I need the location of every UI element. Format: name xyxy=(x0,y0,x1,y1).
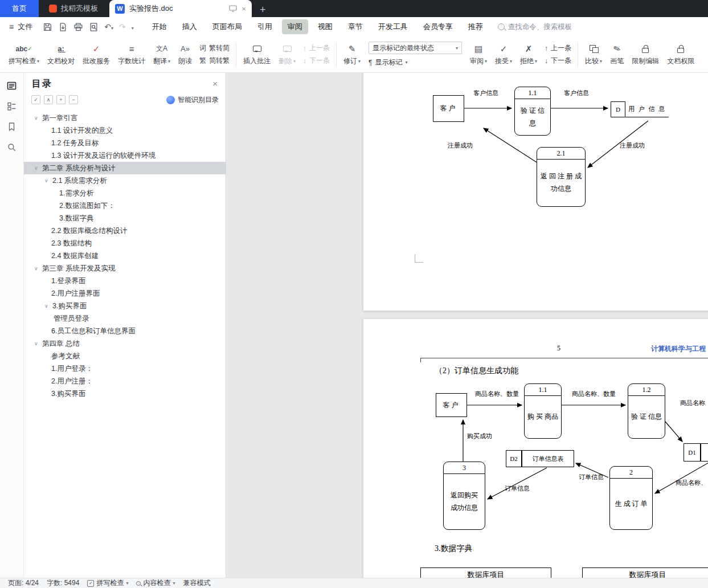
tab-review[interactable]: 审阅 xyxy=(282,19,308,34)
insert-comment-button[interactable]: 插入批注 xyxy=(239,39,275,71)
toc-collapse-button[interactable]: ∧ xyxy=(44,95,53,104)
document-page-2[interactable]: 5 计算机科学与工程 （2）订单信息生成功能 客户 xyxy=(363,319,708,578)
toc-item[interactable]: 1.3 设计开发及运行的软硬件环境 xyxy=(24,149,226,162)
toc-item[interactable]: 1.1 设计开发的意义 xyxy=(24,124,226,137)
tab-page-layout[interactable]: 页面布局 xyxy=(207,19,248,34)
page-indicator[interactable]: 页面: 4/24 xyxy=(8,578,39,588)
more-commands-button[interactable]: ▾ xyxy=(132,22,134,32)
toc-item[interactable]: 参考文献 xyxy=(24,350,226,362)
toc-panel-toggle[interactable] xyxy=(7,81,17,91)
outline-view-button[interactable] xyxy=(7,101,17,111)
toc-item[interactable]: 1.需求分析 xyxy=(24,187,226,199)
toc-item[interactable]: 6.员工信息和订单信息界面 xyxy=(24,325,226,337)
save-button[interactable] xyxy=(43,22,52,32)
prev-comment-button[interactable]: ↑上一条 xyxy=(303,43,330,53)
ink-button[interactable]: ✎ 画笔 xyxy=(606,39,628,71)
tab-member[interactable]: 会员专享 xyxy=(418,19,459,34)
close-toc-icon[interactable]: × xyxy=(212,79,218,88)
toc-item[interactable]: 2.用户注册界面 xyxy=(24,287,226,300)
command-search[interactable]: 查找命令、搜索模板 xyxy=(498,22,572,32)
accept-button[interactable]: ✓ 接受▾ xyxy=(491,39,516,71)
undo-button[interactable]: ↶▾ xyxy=(104,22,113,32)
toc-item-selected[interactable]: ∨第二章 系统分析与设计 xyxy=(24,162,226,174)
reject-button[interactable]: ✗ 拒绝▾ xyxy=(516,39,541,71)
toc-item[interactable]: 2.3 数据结构 xyxy=(24,237,226,250)
file-menu-label: 文件 xyxy=(18,22,32,32)
show-markup-button[interactable]: ¶ 显示标记 ▾ xyxy=(369,58,462,67)
flow-label: 注册成功 xyxy=(620,141,645,150)
delete-comment-button[interactable]: 删除▾ xyxy=(275,39,300,71)
toc-select-button[interactable]: ✓ xyxy=(31,95,40,104)
toc-item[interactable]: ∨2.1 系统需求分析 xyxy=(24,174,226,187)
track-changes-button[interactable]: ✎ 修订▾ xyxy=(339,39,365,71)
search-panel-button[interactable] xyxy=(7,142,17,152)
toc-item[interactable]: ∨第一章引言 xyxy=(24,112,226,124)
export-button[interactable] xyxy=(58,22,68,32)
toc-item[interactable]: 管理员登录 xyxy=(24,312,226,325)
document-canvas[interactable]: 客户 1.1 验 证 信息 D 用 户 信 息 2.1 返 回 注 册 成功信息… xyxy=(226,73,708,578)
tab-start[interactable]: 开始 xyxy=(146,19,173,34)
compat-mode-indicator[interactable]: 兼容模式 xyxy=(183,578,210,588)
change-nav-group: ↑上一条 ↓下一条 xyxy=(541,39,575,71)
word-count-indicator[interactable]: 字数: 5494 xyxy=(47,578,79,588)
tab-document-active[interactable]: W 实验报告.doc × xyxy=(109,0,252,17)
redo-button[interactable]: ↷ xyxy=(119,22,126,32)
toc-item[interactable]: 1.用户登录： xyxy=(24,362,226,375)
markup-state-dropdown[interactable]: 显示标记的最终状态 ▾ xyxy=(369,42,462,54)
smart-recognize-button[interactable]: 智能识别目录 xyxy=(166,95,219,105)
doc-permission-button[interactable]: 文档权限 xyxy=(663,39,698,71)
next-comment-button[interactable]: ↓下一条 xyxy=(303,56,330,66)
compare-button[interactable]: 比较▾ xyxy=(581,39,606,71)
toc-item[interactable]: ∨3.购买界面 xyxy=(24,300,226,312)
doc-proof-button[interactable]: a͟: 文档校对 xyxy=(43,39,79,71)
read-aloud-button[interactable]: A» 朗读 xyxy=(174,39,196,71)
correction-service-button[interactable]: ✓ 批改服务 xyxy=(79,39,114,71)
toc-item[interactable]: 1.2 任务及目标 xyxy=(24,137,226,149)
restrict-editing-button[interactable]: 限制编辑 xyxy=(628,39,663,71)
detach-window-icon[interactable] xyxy=(229,5,237,12)
tab-home[interactable]: 首页 xyxy=(0,0,39,17)
page-number: 5 xyxy=(557,344,560,353)
file-menu-button[interactable]: ≡ 文件 xyxy=(9,22,32,32)
tab-references[interactable]: 引用 xyxy=(252,19,278,34)
tab-dev-tools[interactable]: 开发工具 xyxy=(373,19,414,34)
toc-expand-all-button[interactable]: + xyxy=(56,95,66,104)
search-icon xyxy=(498,23,505,30)
toc-item[interactable]: 2.数据流图如下： xyxy=(24,199,226,212)
trad-to-simp-button[interactable]: 词繁转简 xyxy=(199,43,230,53)
content-check-toggle[interactable]: 内容检查 ▾ xyxy=(136,578,175,588)
prev-change-button[interactable]: ↑上一条 xyxy=(545,43,571,53)
print-button[interactable] xyxy=(73,22,83,32)
toc-item[interactable]: 3.购买界面 xyxy=(24,387,226,400)
tab-docer-templates[interactable]: 找稻壳模板 xyxy=(39,0,108,17)
toc-item[interactable]: 2.用户注册： xyxy=(24,375,226,387)
toc-collapse-all-button[interactable]: − xyxy=(69,95,78,104)
data-table-1: 数据库项目 xyxy=(420,567,551,578)
word-count-button[interactable]: ≡ 字数统计 xyxy=(114,39,149,71)
translate-button[interactable]: 文A 翻译▾ xyxy=(149,39,174,71)
caret-down-icon: ▾ xyxy=(535,59,537,64)
toc-item[interactable]: 2.2 数据库概念结构设计 xyxy=(24,224,226,237)
chevron-down-icon: ∨ xyxy=(34,165,38,171)
next-change-button[interactable]: ↓下一条 xyxy=(545,56,571,66)
tab-insert[interactable]: 插入 xyxy=(177,19,203,34)
tab-recommend[interactable]: 推荐 xyxy=(463,19,489,34)
spell-check-button[interactable]: abc✓ 拼写检查▾ xyxy=(5,39,43,71)
toc-item[interactable]: ∨第三章 系统开发及实现 xyxy=(24,262,226,275)
bookmark-button[interactable] xyxy=(7,122,17,132)
toc-item[interactable]: 2.4 数据库创建 xyxy=(24,250,226,262)
wps-writer-icon: W xyxy=(115,4,125,14)
simp-to-trad-button[interactable]: 繁简转繁 xyxy=(199,56,230,66)
tab-view[interactable]: 视图 xyxy=(312,19,338,34)
toc-item[interactable]: 1.登录界面 xyxy=(24,275,226,287)
new-tab-button[interactable]: + xyxy=(260,5,266,15)
document-page-1[interactable]: 客户 1.1 验 证 信息 D 用 户 信 息 2.1 返 回 注 册 成功信息… xyxy=(363,73,708,311)
close-tab-icon[interactable]: × xyxy=(242,5,246,13)
spell-check-toggle[interactable]: ✓ 拼写检查 ▾ xyxy=(87,578,128,588)
convert-group: 词繁转简 繁简转繁 xyxy=(196,39,233,71)
tab-section[interactable]: 章节 xyxy=(342,19,369,34)
toc-item[interactable]: 3.数据字典 xyxy=(24,212,226,224)
print-preview-button[interactable] xyxy=(89,22,99,32)
toc-item[interactable]: ∨第四章 总结 xyxy=(24,337,226,350)
review-pane-button[interactable]: ▤ 审阅▾ xyxy=(466,39,491,71)
